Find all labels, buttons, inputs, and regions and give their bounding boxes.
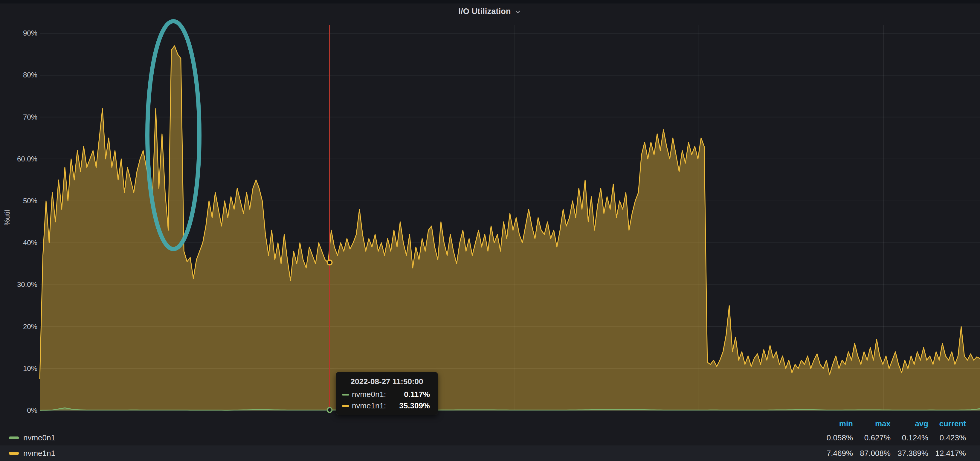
legend-row-nvme1n1: nvme1n1 7.469% 87.008% 37.389% 12.417% [0,445,980,461]
stat-avg: 0.124% [891,433,928,442]
y-axis-tick-label: 50% [23,197,37,205]
legend-series-name[interactable]: nvme1n1 [23,449,55,458]
legend-header-max[interactable]: max [853,419,891,428]
legend-header-avg[interactable]: avg [891,419,928,428]
tooltip-timestamp: 2022-08-27 11:50:00 [342,377,432,386]
legend-swatch-icon[interactable] [9,452,19,455]
tooltip-series-value: 35.309% [399,401,432,410]
time-series-plot[interactable] [0,0,980,461]
tooltip-row: nvme0n1: 0.117% [342,390,432,399]
legend-swatch-icon[interactable] [9,437,19,439]
legend: min max avg current nvme0n1 0.058% 0.627… [0,417,980,461]
hover-point-marker [328,260,332,265]
nvme1n1-area [40,46,980,410]
y-axis-tick-label: 40% [23,238,37,247]
stat-max: 0.627% [853,433,891,442]
legend-stats: 7.469% 87.008% 37.389% 12.417% [815,449,966,458]
y-axis-tick-label: 70% [23,113,37,121]
y-axis-tick-label: 0% [27,406,37,415]
y-axis-title: %util [3,210,11,226]
y-axis: 90%80%70%60.0%50%40%30.0%20%10%0% [0,0,37,461]
hover-point-marker [328,407,332,412]
legend-series-name[interactable]: nvme0n1 [23,433,55,442]
stat-current: 0.423% [928,433,966,442]
tooltip-series-label: nvme1n1: [352,401,386,410]
series-color-dash [342,394,349,396]
y-axis-tick-label: 80% [23,71,37,79]
tooltip-series-value: 0.117% [404,390,432,399]
legend-stats: 0.058% 0.627% 0.124% 0.423% [815,433,966,442]
series-color-dash [342,405,349,407]
y-axis-tick-label: 90% [23,29,37,37]
hover-tooltip: 2022-08-27 11:50:00 nvme0n1: 0.117% nvme… [336,372,438,415]
legend-row-nvme0n1: nvme0n1 0.058% 0.627% 0.124% 0.423% [0,430,980,445]
y-axis-tick-label: 20% [23,323,37,331]
stat-max: 87.008% [853,449,891,458]
grafana-panel: I/O Utilization 90%80%70%60.0%50%40%30.0… [0,0,980,461]
tooltip-row: nvme1n1: 35.309% [342,401,432,410]
stat-min: 0.058% [815,433,853,442]
y-axis-tick-label: 30.0% [17,280,37,289]
stat-avg: 37.389% [891,449,928,458]
stat-min: 7.469% [815,449,853,458]
y-axis-tick-label: 60.0% [17,155,37,163]
legend-header-row: min max avg current [0,417,980,430]
legend-header-current[interactable]: current [928,419,966,428]
tooltip-series-label: nvme0n1: [352,390,386,399]
y-axis-tick-label: 10% [23,364,37,373]
stat-current: 12.417% [928,449,966,458]
legend-header-min[interactable]: min [815,419,853,428]
